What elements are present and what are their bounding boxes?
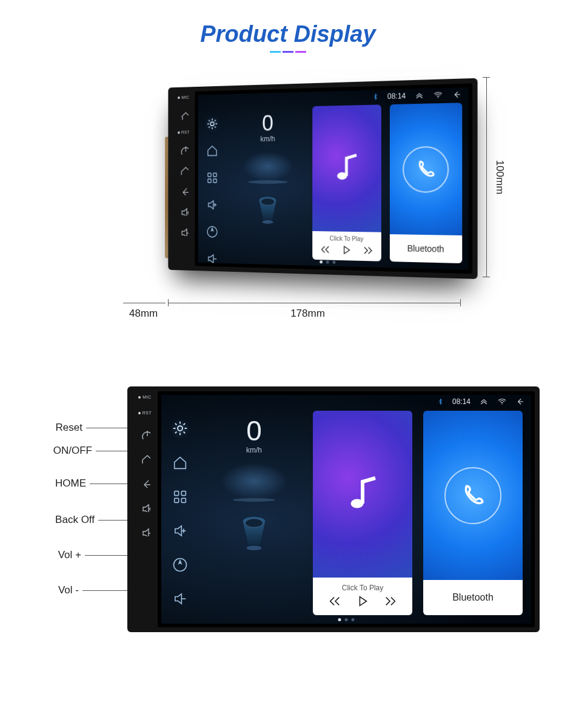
back-icon[interactable] bbox=[140, 477, 150, 488]
speed-unit: km/h bbox=[260, 135, 275, 143]
dock-gear[interactable] bbox=[171, 419, 189, 440]
title-underline bbox=[0, 51, 576, 53]
screen-dock bbox=[200, 109, 224, 258]
bluetooth-tile[interactable]: Bluetooth bbox=[390, 103, 462, 263]
back-icon[interactable] bbox=[179, 186, 188, 195]
top-product-view: MIC RST 08:14 bbox=[0, 71, 576, 350]
home-outline-icon[interactable] bbox=[179, 110, 188, 120]
back-nav-icon[interactable] bbox=[452, 89, 462, 99]
home-icon[interactable] bbox=[179, 165, 188, 175]
phone-ring bbox=[444, 467, 501, 524]
wifi-icon bbox=[433, 90, 443, 100]
bluetooth-label: Bluetooth bbox=[423, 580, 523, 615]
screen-dock bbox=[165, 411, 195, 615]
pager-dots bbox=[338, 618, 355, 621]
volume-down-icon[interactable] bbox=[179, 226, 188, 237]
next-icon[interactable] bbox=[384, 595, 397, 608]
volume-up-icon[interactable] bbox=[140, 502, 150, 512]
previous-icon[interactable] bbox=[320, 244, 330, 255]
dock-apps[interactable] bbox=[172, 488, 189, 508]
dimension-height: 100mm bbox=[486, 77, 511, 277]
music-note-icon bbox=[329, 150, 364, 186]
callout-onoff: ON/OFF bbox=[53, 445, 92, 457]
physical-side-buttons: MIC RST bbox=[172, 92, 195, 266]
rst-label: RST bbox=[178, 130, 190, 134]
bottom-product-view: Reset ON/OFF HOME Back Off Vol + Vol - M… bbox=[0, 386, 576, 632]
chevron-up-icon bbox=[414, 90, 424, 101]
dock-gear[interactable] bbox=[206, 116, 219, 133]
home-icon[interactable] bbox=[140, 453, 150, 463]
previous-icon[interactable] bbox=[328, 595, 341, 608]
callout-backoff: Back Off bbox=[55, 514, 95, 526]
callout-volup: Vol + bbox=[58, 549, 81, 561]
dock-home[interactable] bbox=[206, 144, 219, 160]
physical-side-buttons: MIC RST bbox=[132, 391, 158, 627]
car-top-icon bbox=[255, 189, 281, 226]
mic-label: MIC bbox=[178, 95, 189, 99]
car-silhouette bbox=[243, 151, 293, 181]
power-icon[interactable] bbox=[140, 429, 150, 439]
chevron-up-icon bbox=[479, 397, 489, 406]
play-icon[interactable] bbox=[341, 244, 352, 256]
touchscreen[interactable]: 08:14 bbox=[195, 83, 472, 274]
phone-icon bbox=[415, 158, 436, 180]
head-unit-device-front: MIC RST 08:14 bbox=[127, 386, 540, 632]
clock-time: 08:14 bbox=[452, 397, 471, 406]
speed-panel: 0 km/h bbox=[229, 106, 307, 259]
dock-volup[interactable] bbox=[206, 198, 219, 214]
bluetooth-label: Bluetooth bbox=[390, 234, 462, 263]
button-callouts: Reset ON/OFF HOME Back Off Vol + Vol - bbox=[0, 386, 127, 632]
music-caption: Click To Play bbox=[312, 235, 381, 243]
bluetooth-icon bbox=[437, 397, 444, 406]
dock-voldn[interactable] bbox=[206, 252, 219, 269]
callout-reset: Reset bbox=[56, 422, 82, 434]
bluetooth-tile[interactable]: Bluetooth bbox=[423, 411, 523, 615]
phone-ring bbox=[403, 146, 449, 192]
next-icon[interactable] bbox=[363, 245, 373, 257]
speed-unit: km/h bbox=[246, 446, 262, 454]
music-caption: Click To Play bbox=[313, 584, 412, 592]
dimension-width: 178mm bbox=[155, 303, 461, 321]
play-icon[interactable] bbox=[356, 595, 369, 608]
pager-dots bbox=[320, 260, 335, 264]
car-top-icon bbox=[237, 507, 271, 553]
speed-value: 0 bbox=[246, 414, 262, 447]
back-nav-icon[interactable] bbox=[515, 397, 525, 406]
music-note-icon bbox=[341, 473, 384, 516]
bluetooth-icon bbox=[372, 92, 379, 102]
rst-label: RST bbox=[138, 411, 152, 415]
mic-label: MIC bbox=[138, 395, 151, 399]
music-tile[interactable]: Click To Play bbox=[312, 104, 381, 261]
dock-nav[interactable] bbox=[206, 224, 219, 241]
page-title: Product Display bbox=[0, 21, 576, 47]
clock-time: 08:14 bbox=[387, 92, 406, 101]
status-bar: 08:14 bbox=[198, 87, 469, 108]
car-silhouette bbox=[221, 463, 287, 499]
dimension-depth: 48mm bbox=[123, 303, 166, 321]
callout-voldown: Vol - bbox=[58, 584, 79, 596]
phone-icon bbox=[460, 483, 486, 508]
dock-voldn[interactable] bbox=[172, 590, 189, 610]
callout-home: HOME bbox=[55, 477, 86, 490]
wifi-icon bbox=[497, 397, 507, 406]
dock-volup[interactable] bbox=[172, 522, 189, 542]
touchscreen[interactable]: 08:14 0 km/h bbox=[158, 391, 535, 627]
volume-down-icon[interactable] bbox=[140, 526, 150, 536]
power-icon[interactable] bbox=[179, 144, 188, 154]
head-unit-device: MIC RST 08:14 bbox=[168, 78, 477, 279]
music-tile[interactable]: Click To Play bbox=[313, 411, 412, 615]
speed-panel: 0 km/h bbox=[203, 411, 306, 615]
speed-value: 0 bbox=[262, 111, 273, 136]
dock-home[interactable] bbox=[172, 454, 189, 474]
volume-up-icon[interactable] bbox=[179, 206, 188, 215]
dock-nav[interactable] bbox=[172, 556, 189, 576]
status-bar: 08:14 bbox=[161, 395, 531, 408]
dock-apps[interactable] bbox=[206, 170, 219, 187]
